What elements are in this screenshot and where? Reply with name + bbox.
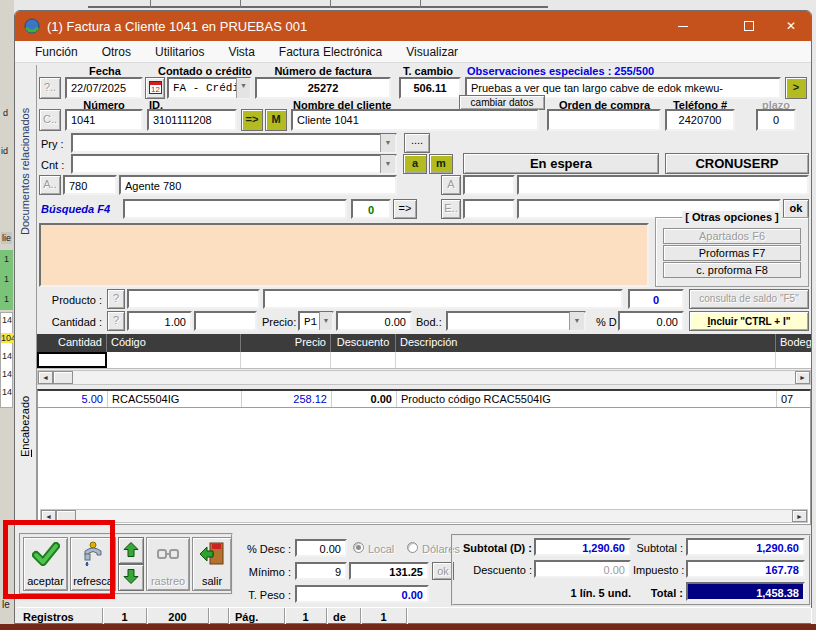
status-de-label: de — [327, 608, 361, 624]
tpeso-field[interactable]: 0.00 — [295, 585, 429, 603]
edit-cell[interactable] — [107, 352, 241, 368]
edit-cell[interactable] — [331, 352, 396, 368]
tab-encabezado[interactable]: Encabezado — [19, 341, 35, 511]
agente-code-field[interactable]: 780 — [63, 175, 117, 195]
e-button[interactable]: E.. — [441, 199, 461, 219]
aux-field-1[interactable] — [463, 175, 515, 195]
cnt-dropdown[interactable] — [71, 154, 397, 174]
a-button[interactable]: a — [403, 154, 427, 174]
apartados-button[interactable]: Apartados F6 — [663, 228, 801, 244]
maximize-button[interactable] — [727, 11, 771, 41]
consulta-saldo-button[interactable]: consulta de saldo "F5" — [689, 289, 809, 309]
producto-question-button[interactable]: ? — [107, 289, 125, 309]
proformas-button[interactable]: Proformas F7 — [663, 245, 801, 261]
menu-factura-electronica[interactable]: Factura Electrónica — [267, 45, 394, 59]
precio-field[interactable]: 0.00 — [336, 311, 412, 331]
question-button[interactable]: ?.. — [39, 77, 61, 99]
agente-button[interactable]: A.. — [39, 175, 61, 195]
busqueda-field[interactable] — [123, 199, 347, 219]
cantidad-extra-field[interactable] — [194, 311, 257, 331]
move-up-button[interactable] — [118, 537, 144, 564]
pry-more-button[interactable]: .... — [404, 133, 430, 153]
minimo-valor-field[interactable]: 131.25 — [349, 562, 429, 580]
incluir-button[interactable]: Incluir "CTRL + I" — [689, 311, 809, 331]
cantidad-field[interactable]: 1.00 — [127, 311, 192, 331]
chevron-down-icon[interactable]: ▼ — [319, 312, 332, 330]
tab-documentos-relacionados[interactable]: Documentos relacionados — [19, 71, 35, 271]
menu-funcion[interactable]: Función — [23, 45, 90, 59]
tpeso-label: T. Peso : — [239, 589, 291, 601]
menu-vista[interactable]: Vista — [216, 45, 266, 59]
menu-otros[interactable]: Otros — [90, 45, 143, 59]
move-down-button[interactable] — [118, 564, 144, 591]
chevron-down-icon[interactable]: ▼ — [380, 134, 395, 152]
aux-field-3[interactable] — [463, 199, 515, 219]
cnt-label: Cnt : — [41, 159, 64, 171]
detail-grid-hscrollbar[interactable]: ◄ ► — [40, 509, 808, 523]
edit-cell-focused[interactable] — [37, 352, 107, 368]
column-header[interactable]: Descuento — [331, 334, 396, 352]
edit-cell[interactable] — [396, 352, 776, 368]
edit-cell[interactable] — [241, 352, 331, 368]
chevron-down-icon[interactable]: ▼ — [236, 78, 250, 98]
scroll-left-arrow[interactable]: ◄ — [38, 371, 53, 384]
salir-button[interactable]: salir — [192, 537, 232, 591]
radio-dolares[interactable] — [407, 542, 418, 553]
chevron-down-icon[interactable]: ▼ — [569, 312, 584, 330]
a2-button[interactable]: A — [441, 175, 461, 195]
m-button[interactable]: M — [265, 109, 287, 131]
scroll-right-arrow[interactable]: ► — [795, 371, 810, 384]
id-cliente-field[interactable]: 3101111208 — [147, 109, 237, 131]
column-header[interactable]: Código — [107, 334, 241, 352]
cell-descripcion: Producto código RCAC5504IG — [397, 391, 777, 407]
otras-opciones-group: [ Otras opciones ] Apartados F6 Proforma… — [655, 217, 809, 287]
aux-field-2[interactable] — [517, 175, 809, 195]
edit-grid-hscrollbar[interactable]: ◄ ► — [37, 370, 811, 385]
minimize-button[interactable] — [661, 11, 705, 41]
scroll-right-arrow[interactable]: ► — [792, 510, 807, 522]
cambiar-datos-button[interactable]: cambiar datos — [459, 95, 545, 110]
radio-local[interactable] — [353, 542, 364, 553]
observaciones-expand-button[interactable]: > — [785, 77, 807, 99]
chevron-down-icon[interactable]: ▼ — [380, 155, 395, 173]
edit-cell[interactable] — [776, 352, 811, 368]
busqueda-go-button[interactable]: => — [393, 199, 417, 219]
fecha-field[interactable]: 22/07/2025 — [65, 77, 143, 99]
m-small-button[interactable]: m — [429, 154, 453, 174]
pry-dropdown[interactable] — [71, 133, 397, 153]
goto-cliente-button[interactable]: => — [241, 109, 263, 131]
cronuserp-button[interactable]: CRONUSERP — [665, 153, 809, 174]
plazo-field[interactable]: 0 — [756, 109, 796, 131]
table-row[interactable]: 5.00 RCAC5504IG 258.12 0.00 Producto cód… — [38, 391, 810, 408]
menu-utilitarios[interactable]: Utilitarios — [143, 45, 216, 59]
close-button[interactable]: ✕ — [769, 11, 813, 41]
bodega-dropdown[interactable] — [446, 311, 586, 331]
cliente-button[interactable]: C.. — [39, 109, 61, 131]
menu-visualizar[interactable]: Visualizar — [394, 45, 470, 59]
ok-button[interactable]: ok — [783, 199, 809, 219]
numero-factura-field[interactable]: 25272 — [255, 77, 391, 99]
pd-field[interactable]: 0.00 — [618, 311, 684, 331]
t-cambio-field[interactable]: 506.11 — [399, 77, 461, 99]
column-header[interactable]: Descripción — [396, 334, 776, 352]
column-header[interactable]: Bodega — [776, 334, 811, 352]
column-header[interactable]: Precio — [241, 334, 331, 352]
en-espera-button[interactable]: En espera — [463, 153, 659, 174]
producto-codigo-field[interactable] — [127, 289, 260, 309]
nombre-cliente-field[interactable]: Cliente 1041 — [291, 109, 539, 131]
calendar-button[interactable]: 12 — [145, 77, 165, 99]
numero-cliente-field[interactable]: 1041 — [65, 109, 143, 131]
pdesc-field[interactable]: 0.00 — [295, 539, 347, 557]
c-proforma-button[interactable]: c. proforma F8 — [663, 262, 801, 278]
memo-area[interactable] — [39, 223, 649, 287]
scroll-thumb[interactable] — [53, 371, 73, 384]
minimo-codigo-field[interactable]: 9 — [295, 562, 347, 580]
agente-nombre-field[interactable]: Agente 780 — [119, 175, 397, 195]
rastreo-button[interactable]: rastreo — [146, 537, 190, 591]
column-header[interactable]: Cantidad — [37, 334, 107, 352]
cantidad-question-button[interactable]: ? — [107, 311, 125, 331]
orden-compra-field[interactable] — [547, 109, 661, 131]
telefono-field[interactable]: 2420700 — [665, 109, 735, 131]
radio-local-label[interactable]: Local — [368, 543, 394, 555]
producto-nombre-field[interactable] — [263, 289, 623, 309]
